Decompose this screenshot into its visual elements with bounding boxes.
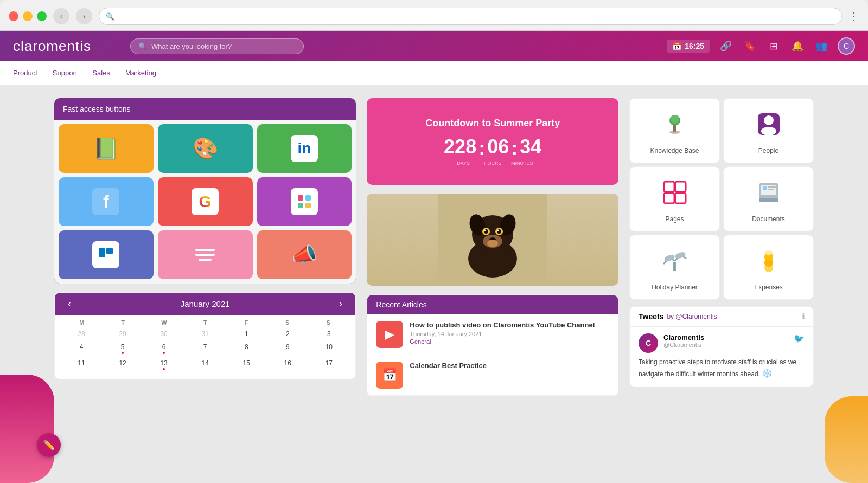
tweet-avatar: C — [639, 333, 658, 353]
cal-day[interactable]: 12 — [103, 357, 143, 372]
app-icon-grid: Knowledge Base People — [629, 98, 814, 300]
search-placeholder: What are you looking for? — [151, 42, 232, 50]
articles-header: Recent Articles — [367, 295, 618, 314]
countdown-days: 228 — [444, 136, 476, 158]
svg-rect-29 — [664, 193, 674, 203]
countdown-timer: 228 : 06 : 34 — [444, 136, 541, 158]
fast-btn-slack[interactable] — [257, 177, 352, 226]
cal-day[interactable]: 7 — [185, 341, 225, 356]
calendar-prev-button[interactable]: ‹ — [63, 298, 75, 310]
svg-point-16 — [484, 230, 486, 231]
maximize-window-button[interactable] — [37, 11, 47, 21]
holiday-planner-card[interactable]: Holiday Planner — [629, 235, 720, 300]
forward-button[interactable]: › — [76, 8, 92, 24]
center-column: Countdown to Summer Party 228 : 06 : 34 … — [367, 98, 618, 470]
cal-day[interactable]: 17 — [309, 357, 349, 372]
cal-day[interactable]: 10 — [309, 341, 349, 356]
holiday-planner-label: Holiday Planner — [652, 284, 698, 291]
logo[interactable]: claromentis — [13, 38, 122, 55]
fast-btn-facebook[interactable]: f — [59, 177, 154, 226]
cal-day[interactable]: 2 — [267, 328, 308, 340]
article-title[interactable]: Calendar Best Practice — [410, 362, 609, 370]
article-title[interactable]: How to publish video on Claromentis YouT… — [410, 321, 609, 329]
cal-day[interactable]: 5 — [103, 341, 143, 356]
people-card[interactable]: People — [723, 98, 814, 163]
pages-label: Pages — [665, 215, 684, 223]
cal-day[interactable]: 3 — [309, 328, 349, 340]
cal-day[interactable]: 31 — [185, 328, 225, 340]
article-thumbnail: 📅 — [376, 362, 403, 389]
svg-rect-36 — [760, 198, 778, 202]
header-search[interactable]: 🔍 What are you looking for? — [130, 38, 304, 54]
minimize-window-button[interactable] — [23, 11, 33, 21]
cal-day[interactable]: 9 — [267, 341, 308, 356]
tweets-by[interactable]: by @Claromentis — [667, 313, 717, 320]
people-icon-button[interactable]: 👥 — [814, 38, 829, 54]
tweet-author: Claromentis — [663, 333, 704, 342]
dog-image — [367, 194, 618, 286]
link-icon-button[interactable]: 🔗 — [718, 38, 733, 54]
tweet-item: C Claromentis @Claromentis 🐦 Taking proa… — [630, 327, 813, 387]
fast-btn-google[interactable]: G — [158, 177, 253, 226]
user-avatar[interactable]: C — [838, 37, 855, 55]
more-menu-icon[interactable]: ⋮ — [848, 10, 859, 23]
cal-day[interactable]: 1 — [226, 328, 266, 340]
nav-item-product[interactable]: Product — [13, 62, 37, 83]
article-category[interactable]: General — [410, 338, 609, 345]
cal-day[interactable]: 29 — [103, 328, 143, 340]
left-column: Fast access buttons 📗 🎨 in f — [54, 98, 356, 470]
cal-day[interactable]: 6 — [144, 341, 184, 356]
fast-btn-linkedin[interactable]: in — [257, 124, 352, 173]
fast-btn-trello[interactable] — [59, 230, 154, 279]
article-info: How to publish video on Claromentis YouT… — [410, 321, 609, 348]
cal-day[interactable]: 11 — [61, 357, 101, 372]
knowledge-base-card[interactable]: Knowledge Base — [629, 98, 720, 163]
documents-icon — [755, 179, 782, 211]
cal-day[interactable]: 8 — [226, 341, 266, 356]
nav-item-sales[interactable]: Sales — [92, 62, 110, 83]
svg-rect-39 — [673, 262, 676, 271]
fast-access-header: Fast access buttons — [54, 98, 356, 120]
dog-card — [367, 194, 618, 286]
fast-btn-announce[interactable]: 📣 — [257, 230, 352, 279]
search-icon: 🔍 — [106, 12, 114, 21]
cal-day[interactable]: 15 — [226, 357, 266, 372]
expenses-icon — [755, 247, 782, 279]
bookmark-icon-button[interactable]: 🔖 — [742, 38, 757, 54]
fast-btn-book[interactable]: 📗 — [59, 124, 154, 173]
address-bar[interactable]: 🔍 — [99, 8, 842, 25]
countdown-labels: DAYS HOURS MINUTES — [450, 160, 535, 166]
fast-access-section: Fast access buttons 📗 🎨 in f — [54, 98, 356, 284]
cal-day[interactable]: 30 — [144, 328, 184, 340]
calendar-next-button[interactable]: › — [335, 298, 347, 310]
calendar-day-headers: M T W T F S S — [61, 319, 349, 326]
pages-card[interactable]: Pages — [629, 166, 720, 231]
fast-btn-design[interactable]: 🎨 — [158, 124, 253, 173]
cal-day[interactable]: 13 — [144, 357, 184, 372]
tweets-header: Tweets by @Claromentis ℹ — [630, 307, 813, 327]
calendar-days: 28 29 30 31 1 2 3 4 5 6 7 8 9 10 11 — [61, 328, 349, 372]
grid-icon-button[interactable]: ⊞ — [766, 38, 781, 54]
fast-access-grid: 📗 🎨 in f G — [54, 120, 356, 284]
cal-day[interactable]: 28 — [61, 328, 101, 340]
back-button[interactable]: ‹ — [53, 8, 69, 24]
edit-fab-button[interactable]: ✏️ — [37, 433, 61, 457]
tweet-handle[interactable]: @Claromentis — [663, 342, 704, 348]
bell-icon-button[interactable]: 🔔 — [790, 38, 805, 54]
cal-day[interactable]: 4 — [61, 341, 101, 356]
svg-rect-33 — [763, 186, 767, 190]
expenses-card[interactable]: Expenses — [723, 235, 814, 300]
knowledge-base-label: Knowledge Base — [650, 147, 699, 154]
fast-btn-list[interactable] — [158, 230, 253, 279]
nav-item-support[interactable]: Support — [53, 62, 78, 83]
cal-day[interactable]: 16 — [267, 357, 308, 372]
svg-point-25 — [764, 115, 774, 125]
documents-card[interactable]: Documents — [723, 166, 814, 231]
svg-point-17 — [497, 230, 499, 231]
article-item: 📅 Calendar Best Practice — [367, 355, 618, 396]
close-window-button[interactable] — [9, 11, 18, 21]
cal-day-today[interactable]: 14 — [185, 357, 225, 372]
calendar-title: January 2021 — [181, 299, 230, 308]
info-icon[interactable]: ℹ — [802, 312, 805, 321]
nav-item-marketing[interactable]: Marketing — [125, 62, 156, 83]
